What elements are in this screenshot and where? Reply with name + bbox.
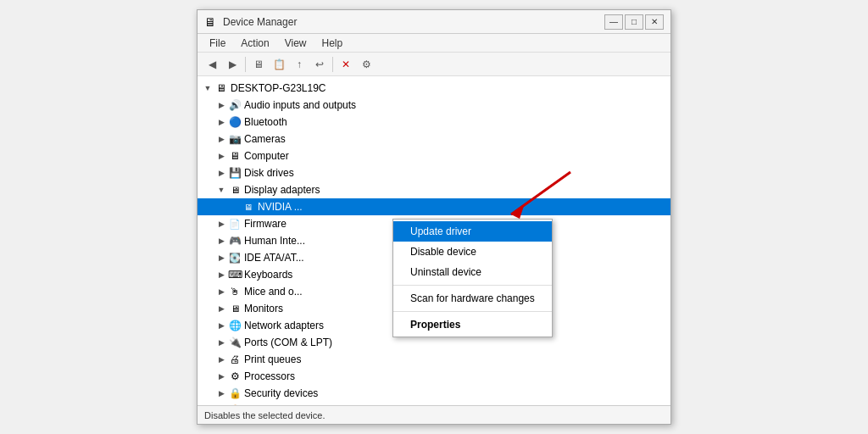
diskdrives-label: Disk drives: [244, 167, 294, 179]
ctx-disable-device[interactable]: Disable device: [393, 242, 552, 262]
status-text: Disables the selected device.: [204, 410, 325, 420]
mice-label: Mice and o...: [244, 286, 303, 298]
monitors-label: Monitors: [244, 303, 283, 314]
content-area: ▼ 🖥 DESKTOP-G23L19C ▶ 🔊 Audio inputs and…: [198, 76, 670, 405]
title-bar: 🖥 Device Manager — □ ✕: [198, 10, 670, 34]
ports-icon: 🔌: [228, 336, 242, 349]
tree-item-audio[interactable]: ▶ 🔊 Audio inputs and outputs: [198, 97, 670, 114]
network-expand-icon[interactable]: ▶: [214, 319, 228, 332]
diskdrives-icon: 💾: [228, 166, 242, 180]
processors-expand-icon[interactable]: ▶: [214, 370, 228, 383]
tree-item-swcomponents[interactable]: ▶ 📦 Software components: [198, 402, 670, 405]
toolbar-back-button[interactable]: ◀: [203, 55, 221, 74]
ctx-properties[interactable]: Properties: [393, 314, 552, 335]
tree-item-display[interactable]: ▼ 🖥 Display adapters: [198, 181, 670, 198]
ctx-scan-hardware[interactable]: Scan for hardware changes: [393, 288, 552, 309]
context-menu: Update driver Disable device Uninstall d…: [392, 219, 553, 337]
toolbar-properties-button[interactable]: 📋: [270, 55, 288, 74]
diskdrives-expand-icon[interactable]: ▶: [214, 166, 228, 180]
swcomponents-expand-icon[interactable]: ▶: [214, 403, 228, 405]
tree-item-diskdrives[interactable]: ▶ 💾 Disk drives: [198, 164, 670, 181]
display-expand-icon[interactable]: ▼: [214, 183, 228, 197]
processors-label: Processors: [244, 370, 295, 382]
menu-view[interactable]: View: [278, 36, 314, 51]
ports-label: Ports (COM & LPT): [244, 337, 332, 348]
monitors-expand-icon[interactable]: ▶: [214, 302, 228, 315]
menu-file[interactable]: File: [203, 36, 232, 51]
toolbar-help-button[interactable]: ⚙: [357, 55, 376, 74]
display-icon: 🖥: [228, 183, 242, 197]
ide-expand-icon[interactable]: ▶: [214, 251, 228, 264]
ctx-separator-2: [393, 311, 552, 312]
bluetooth-expand-icon[interactable]: ▶: [214, 115, 228, 129]
keyboards-label: Keyboards: [244, 269, 292, 281]
tree-root[interactable]: ▼ 🖥 DESKTOP-G23L19C: [198, 80, 670, 97]
hid-expand-icon[interactable]: ▶: [214, 234, 228, 248]
tree-panel[interactable]: ▼ 🖥 DESKTOP-G23L19C ▶ 🔊 Audio inputs and…: [198, 76, 670, 405]
tree-item-nvidia[interactable]: 🖥 NVIDIA ...: [198, 198, 670, 215]
toolbar-scan-button[interactable]: 🖥: [249, 55, 268, 74]
printqueues-icon: 🖨: [228, 353, 242, 366]
nvidia-label: NVIDIA ...: [258, 201, 303, 213]
firmware-expand-icon[interactable]: ▶: [214, 217, 228, 231]
computer-icon: 🖥: [214, 81, 228, 95]
security-label: Security devices: [244, 387, 318, 399]
printqueues-expand-icon[interactable]: ▶: [214, 353, 228, 366]
processors-icon: ⚙: [228, 370, 242, 383]
mice-expand-icon[interactable]: ▶: [214, 285, 228, 298]
security-expand-icon[interactable]: ▶: [214, 387, 228, 400]
bluetooth-icon: 🔵: [228, 115, 242, 129]
menu-help[interactable]: Help: [315, 36, 350, 51]
toolbar-forward-button[interactable]: ▶: [223, 55, 242, 74]
tree-item-bluetooth[interactable]: ▶ 🔵 Bluetooth: [198, 114, 670, 131]
hid-label: Human Inte...: [244, 235, 305, 247]
security-icon: 🔒: [228, 387, 242, 400]
nvidia-icon: 🖥: [242, 200, 255, 214]
keyboards-icon: ⌨: [228, 268, 242, 281]
mice-icon: 🖱: [228, 285, 242, 298]
title-bar-buttons: — □ ✕: [604, 14, 664, 30]
close-button[interactable]: ✕: [645, 14, 664, 30]
firmware-icon: 📄: [228, 217, 242, 231]
tree-item-security[interactable]: ▶ 🔒 Security devices: [198, 385, 670, 402]
audio-expand-icon[interactable]: ▶: [214, 98, 228, 112]
monitors-icon: 🖥: [228, 302, 242, 315]
firmware-label: Firmware: [244, 218, 287, 230]
ports-expand-icon[interactable]: ▶: [214, 336, 228, 349]
printqueues-label: Print queues: [244, 353, 301, 365]
tree-item-printqueues[interactable]: ▶ 🖨 Print queues: [198, 351, 670, 368]
tree-item-processors[interactable]: ▶ ⚙ Processors: [198, 368, 670, 385]
tree-item-computer[interactable]: ▶ 🖥 Computer: [198, 147, 670, 164]
audio-label: Audio inputs and outputs: [244, 99, 356, 111]
cameras-icon: 📷: [228, 132, 242, 146]
computer-expand-icon[interactable]: ▶: [214, 149, 228, 163]
computer-label: Computer: [244, 150, 289, 162]
display-label: Display adapters: [244, 184, 320, 196]
toolbar-delete-button[interactable]: ✕: [337, 55, 355, 74]
tree-item-cameras[interactable]: ▶ 📷 Cameras: [198, 131, 670, 147]
menu-action[interactable]: Action: [234, 36, 275, 51]
toolbar-rollback-button[interactable]: ↩: [310, 55, 329, 74]
ctx-separator-1: [393, 285, 552, 286]
device-manager-window: 🖥 Device Manager — □ ✕ File Action View …: [197, 9, 671, 425]
keyboards-expand-icon[interactable]: ▶: [214, 268, 228, 281]
toolbar-separator-2: [332, 57, 333, 72]
ctx-uninstall-device[interactable]: Uninstall device: [393, 262, 552, 282]
cameras-label: Cameras: [244, 133, 286, 145]
bluetooth-label: Bluetooth: [244, 116, 287, 128]
root-expand-icon[interactable]: ▼: [201, 81, 214, 95]
ide-icon: 💽: [228, 251, 242, 264]
ctx-update-driver[interactable]: Update driver: [393, 221, 552, 242]
window-title: Device Manager: [223, 16, 297, 28]
maximize-button[interactable]: □: [625, 14, 643, 30]
toolbar-update-button[interactable]: ↑: [290, 55, 309, 74]
toolbar: ◀ ▶ 🖥 📋 ↑ ↩ ✕ ⚙: [198, 53, 670, 76]
hid-icon: 🎮: [228, 234, 242, 248]
cameras-expand-icon[interactable]: ▶: [214, 132, 228, 146]
toolbar-separator-1: [245, 57, 246, 72]
minimize-button[interactable]: —: [604, 14, 623, 30]
audio-icon: 🔊: [228, 98, 242, 112]
window-icon: 🖥: [204, 15, 218, 29]
menu-bar: File Action View Help: [198, 34, 670, 53]
root-label: DESKTOP-G23L19C: [231, 82, 326, 94]
